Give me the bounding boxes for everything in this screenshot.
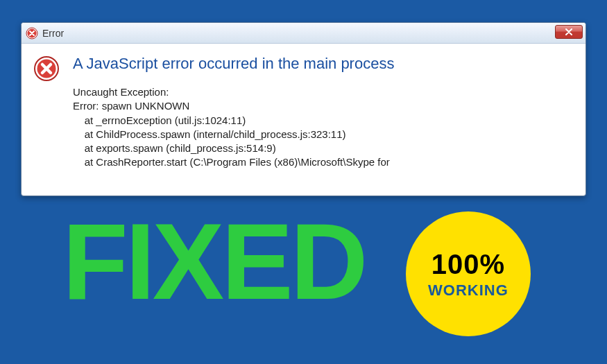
titlebar: Error xyxy=(22,23,585,44)
working-badge: 100% WORKING xyxy=(406,211,531,336)
error-dialog: Error A JavaScript error occurred in the… xyxy=(21,22,586,196)
main-message: A JavaScript error occurred in the main … xyxy=(73,55,573,73)
close-button[interactable] xyxy=(555,25,583,39)
stack-line: at exports.spawn (child_process.js:514:9… xyxy=(73,141,573,155)
badge-percent: 100% xyxy=(431,249,505,280)
fixed-text: FIXED xyxy=(62,208,365,315)
exception-block: Uncaught Exception: Error: spawn UNKNOWN… xyxy=(73,85,573,170)
stack-line: at CrashReporter.start (C:\Program Files… xyxy=(73,155,573,169)
error-line: Error: spawn UNKNOWN xyxy=(73,99,573,113)
message-area: A JavaScript error occurred in the main … xyxy=(73,55,573,189)
stack-line: at _errnoException (util.js:1024:11) xyxy=(73,114,573,128)
badge-working: WORKING xyxy=(428,281,508,300)
close-icon xyxy=(565,28,572,35)
exception-heading: Uncaught Exception: xyxy=(73,85,573,99)
stack-line: at ChildProcess.spawn (internal/child_pr… xyxy=(73,128,573,141)
dialog-body: A JavaScript error occurred in the main … xyxy=(22,44,585,196)
error-icon xyxy=(34,56,59,81)
error-icon-small xyxy=(26,27,38,40)
dialog-title: Error xyxy=(42,28,64,39)
